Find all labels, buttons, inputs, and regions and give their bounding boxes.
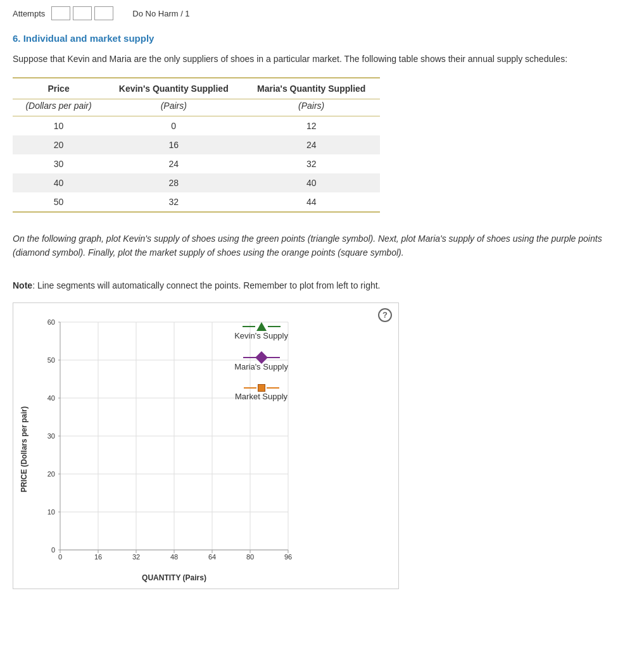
graph-container: ? PRICE (Dollars per pair)	[13, 302, 399, 589]
attempt-box-3[interactable]	[94, 6, 113, 20]
svg-text:32: 32	[132, 553, 140, 561]
svg-text:30: 30	[47, 432, 55, 440]
table-row: 302432	[13, 154, 380, 173]
svg-text:48: 48	[170, 553, 178, 561]
chart-wrapper: 0 10 20 30 40 50 60 0	[35, 316, 301, 582]
col-maria-subheader: (Pairs)	[243, 99, 380, 116]
description: Suppose that Kevin and Maria are the onl…	[13, 53, 631, 66]
note: Note: Line segments will automatically c…	[13, 279, 631, 292]
table-row: 402840	[13, 173, 380, 192]
col-maria-header: Maria's Quantity Supplied	[243, 78, 380, 99]
svg-text:60: 60	[47, 318, 55, 326]
legend-market: Market Supply	[234, 384, 288, 401]
attempt-boxes	[51, 6, 113, 20]
kevin-supply-label: Kevin's Supply	[234, 331, 288, 340]
section-title: 6. Individual and market supply	[13, 33, 631, 44]
note-prefix: Note	[13, 280, 32, 290]
note-text: : Line segments will automatically conne…	[32, 280, 380, 290]
svg-text:0: 0	[58, 553, 62, 561]
breadcrumb: Do No Harm / 1	[132, 9, 189, 18]
instructions: On the following graph, plot Kevin's sup…	[13, 232, 631, 260]
col-kevin-header: Kevin's Quantity Supplied	[104, 78, 243, 99]
y-axis-label: PRICE (Dollars per pair)	[20, 316, 32, 582]
attempts-label: Attempts	[13, 9, 45, 18]
header: Attempts Do No Harm / 1	[13, 6, 631, 20]
table-row: 503244	[13, 192, 380, 212]
svg-text:64: 64	[208, 553, 216, 561]
attempt-box-1[interactable]	[51, 6, 70, 20]
chart-svg-area: 0 10 20 30 40 50 60 0	[35, 316, 301, 571]
legend-kevin: Kevin's Supply	[234, 322, 288, 340]
legend-kevin-icon	[243, 322, 281, 331]
col-price-header: Price	[13, 78, 104, 99]
col-kevin-subheader: (Pairs)	[104, 99, 243, 116]
legend-maria-icon	[243, 353, 280, 362]
svg-text:20: 20	[47, 470, 55, 478]
svg-text:50: 50	[47, 356, 55, 364]
legend-maria: Maria's Supply	[234, 353, 288, 371]
legend-market-icon	[244, 384, 279, 392]
table-row: 10012	[13, 116, 380, 136]
legend: Kevin's Supply Maria's Supply	[234, 322, 288, 414]
graph-area: PRICE (Dollars per pair)	[20, 316, 392, 582]
svg-text:40: 40	[47, 394, 55, 402]
svg-text:96: 96	[284, 553, 292, 561]
svg-text:10: 10	[47, 508, 55, 516]
attempt-box-2[interactable]	[73, 6, 92, 20]
svg-text:16: 16	[94, 553, 102, 561]
svg-text:0: 0	[51, 546, 55, 554]
svg-text:80: 80	[246, 553, 254, 561]
table-row: 201624	[13, 135, 380, 154]
market-supply-label: Market Supply	[235, 392, 287, 401]
col-price-subheader: (Dollars per pair)	[13, 99, 104, 116]
supply-table: Price Kevin's Quantity Supplied Maria's …	[13, 77, 380, 213]
x-axis-label: QUANTITY (Pairs)	[60, 573, 288, 582]
help-icon[interactable]: ?	[378, 308, 392, 322]
